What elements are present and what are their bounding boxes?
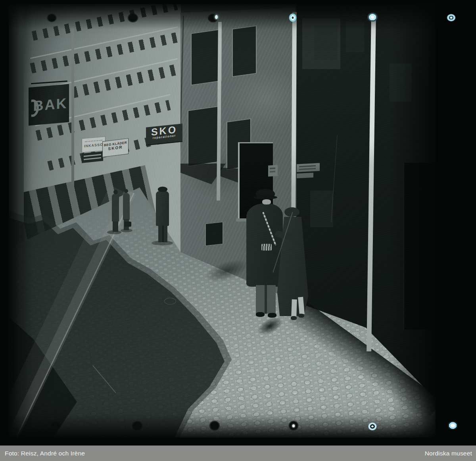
punch-hole-bright — [446, 13, 457, 22]
photograph: BAK INKASSO BEG KLÄDER SKOR SKO reparati… — [9, 4, 436, 438]
caption-bar: Foto: Reisz, André och Irène Nordiska mu… — [0, 446, 476, 461]
punch-hole — [131, 420, 143, 431]
punch-hole — [46, 13, 57, 23]
punch-hole-glint — [215, 15, 218, 19]
punch-hole — [50, 421, 61, 431]
photographer-credit: Foto: Reisz, André och Irène — [5, 446, 85, 461]
frame-vignette — [9, 4, 436, 438]
punch-hole — [209, 420, 221, 431]
punch-hole-bright — [288, 12, 298, 23]
punch-hole-bright — [367, 420, 379, 432]
source-credit: Nordiska museet — [425, 446, 472, 461]
punch-hole — [127, 13, 139, 23]
film-scan: BAK INKASSO BEG KLÄDER SKOR SKO reparati… — [0, 0, 476, 461]
punch-hole-bright — [366, 12, 380, 24]
punch-hole-glint — [292, 424, 295, 427]
punch-hole-bright — [447, 420, 459, 431]
